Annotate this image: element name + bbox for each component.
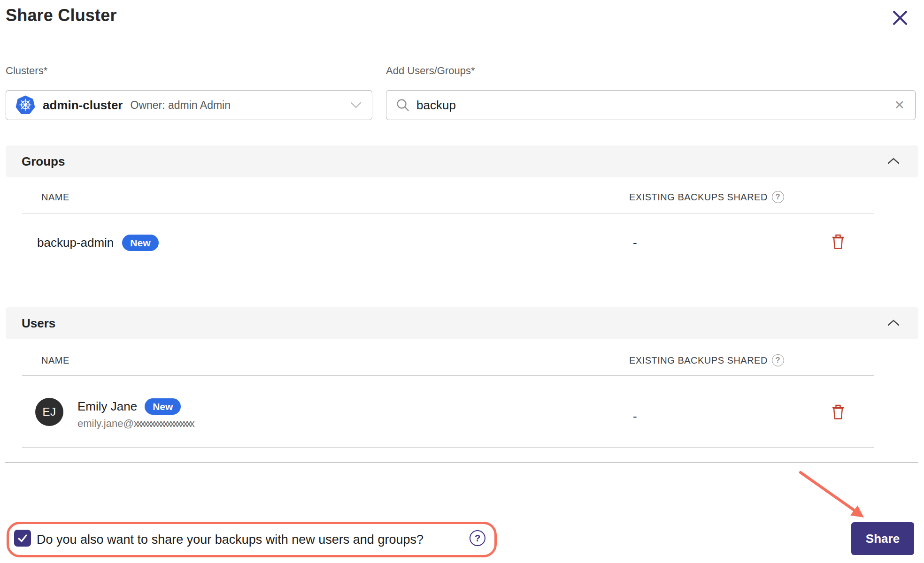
groups-section-title: Groups xyxy=(22,154,65,169)
kubernetes-icon xyxy=(15,95,35,115)
group-name: backup-admin xyxy=(37,236,114,250)
cluster-select[interactable]: admin-cluster Owner: admin Admin xyxy=(6,90,372,120)
users-section-title: Users xyxy=(22,316,55,331)
close-button[interactable] xyxy=(890,8,910,28)
groups-name-column-header: NAME xyxy=(41,189,69,205)
remove-user-button[interactable] xyxy=(830,403,846,421)
add-users-groups-label: Add Users/Groups* xyxy=(386,65,475,77)
help-icon[interactable]: ? xyxy=(772,191,784,203)
user-group-search-box: ✕ xyxy=(386,90,916,120)
trash-icon xyxy=(832,234,845,250)
annotation-arrow xyxy=(794,466,874,525)
new-badge: New xyxy=(145,398,181,415)
avatar: EJ xyxy=(35,398,63,426)
groups-section-header: Groups xyxy=(6,145,918,177)
user-email-prefix: emily.jane@ xyxy=(77,418,134,429)
user-backups-shared-value: - xyxy=(633,407,652,425)
groups-backups-header-label: EXISTING BACKUPS SHARED xyxy=(629,192,768,203)
users-name-column-header: NAME xyxy=(41,352,69,368)
divider xyxy=(22,375,874,376)
user-email-redacted: xxxxxxxxxxxxxxxxxx xyxy=(134,418,193,429)
help-icon[interactable]: ? xyxy=(772,354,784,366)
divider xyxy=(22,213,874,213)
search-input[interactable] xyxy=(416,98,888,113)
checkmark-icon xyxy=(17,533,28,544)
new-badge: New xyxy=(122,235,158,251)
help-icon[interactable]: ? xyxy=(470,530,485,546)
search-icon xyxy=(396,98,410,112)
page-title: Share Cluster xyxy=(6,6,117,25)
close-icon xyxy=(892,9,909,26)
share-backups-checkbox[interactable] xyxy=(14,530,31,547)
users-backups-header-label: EXISTING BACKUPS SHARED xyxy=(629,355,768,366)
chevron-up-icon xyxy=(887,158,900,164)
divider xyxy=(22,270,874,270)
group-row: backup-admin New xyxy=(37,231,159,254)
remove-group-button[interactable] xyxy=(830,233,846,251)
chevron-down-icon xyxy=(350,102,362,108)
divider xyxy=(22,447,874,448)
user-name: Emily Jane xyxy=(77,399,137,414)
users-collapse-button[interactable] xyxy=(887,319,900,328)
cluster-owner: Owner: admin Admin xyxy=(131,99,231,112)
clusters-label: Clusters* xyxy=(6,65,47,77)
footer-divider xyxy=(5,462,918,463)
share-backups-question: Do you also want to share your backups w… xyxy=(37,522,424,557)
share-cluster-dialog: Share Cluster Clusters* Add Users/Groups… xyxy=(0,0,924,563)
user-email: emily.jane@xxxxxxxxxxxxxxxxxx xyxy=(77,418,193,430)
user-row: Emily Jane New xyxy=(77,397,181,416)
trash-icon xyxy=(832,404,845,420)
groups-backups-column-header: EXISTING BACKUPS SHARED ? xyxy=(629,189,784,205)
cluster-name: admin-cluster xyxy=(43,98,123,113)
users-section-header: Users xyxy=(6,307,918,339)
share-button[interactable]: Share xyxy=(851,522,914,555)
chevron-up-icon xyxy=(887,320,900,326)
groups-collapse-button[interactable] xyxy=(887,157,900,166)
users-backups-column-header: EXISTING BACKUPS SHARED ? xyxy=(629,352,784,368)
group-backups-shared-value: - xyxy=(633,234,652,251)
clear-search-button[interactable]: ✕ xyxy=(888,98,910,113)
